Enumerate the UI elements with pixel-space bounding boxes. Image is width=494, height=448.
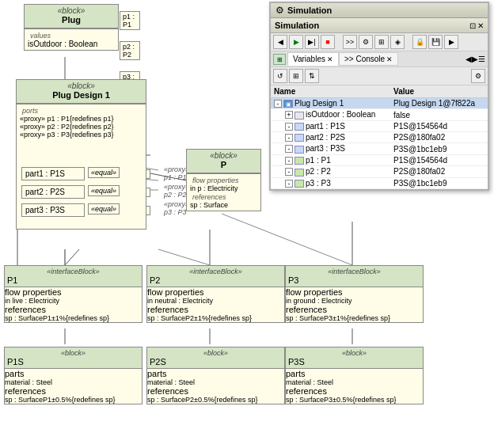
col-name-header: Name xyxy=(271,85,390,98)
port-icon xyxy=(294,157,304,165)
sim-step-btn[interactable]: ▶| xyxy=(305,35,319,49)
p-body: flow properties in p : Electricity refer… xyxy=(187,174,260,211)
equal1: «equal» xyxy=(88,167,120,178)
sim-restore-icon[interactable]: ⊡ xyxy=(469,21,476,30)
sim-back-btn[interactable]: ◀ xyxy=(273,35,287,49)
var-refresh-btn[interactable]: ↺ xyxy=(273,69,287,83)
sim-chart-btn[interactable]: ◈ xyxy=(390,35,405,49)
port-icon xyxy=(294,180,304,188)
p2-body: flow properties in neutral : Electricity… xyxy=(147,287,284,322)
p3s-block: «block» P3S parts material : Steel refer… xyxy=(285,347,424,404)
p1s-block: «block» P1S parts material : Steel refer… xyxy=(4,347,142,404)
svg-line-16 xyxy=(65,249,79,265)
sim-next-btn[interactable]: ▶ xyxy=(444,35,458,49)
plug-design-block: «block» Plug Design 1 ports «proxy» p1 :… xyxy=(16,79,146,230)
var-expand-btn[interactable]: ⇅ xyxy=(305,69,319,83)
table-row[interactable]: +isOutdoor : Booleanfalse xyxy=(271,109,488,120)
block-icon xyxy=(294,123,304,131)
p1-iface-block: «interfaceBlock» P1 flow properties in l… xyxy=(4,265,142,323)
block-icon xyxy=(294,134,304,142)
plug-p2-port: p2 : P2 xyxy=(120,41,140,60)
pd-p1-port xyxy=(146,169,150,179)
plug-design-stereotype: «block» xyxy=(19,82,143,90)
p2s-block: «block» P2S parts material : Steel refer… xyxy=(146,347,285,404)
equal2: «equal» xyxy=(88,185,120,196)
sim-window-title: Simulation xyxy=(275,21,319,30)
port-icon xyxy=(294,169,304,177)
variables-tab-close[interactable]: ✕ xyxy=(327,55,333,63)
plug-design-ports: ports «proxy» p1 : P1{redefines p1} «pro… xyxy=(17,104,146,140)
svg-line-18 xyxy=(158,249,210,265)
variables-toolbar: ↺ ⊞ ⇅ ⚙ xyxy=(271,67,488,85)
sim-play-btn[interactable]: ▶ xyxy=(289,35,303,49)
sim-window-controls: ⊡ ✕ xyxy=(469,21,484,30)
p2-header: «interfaceBlock» P2 xyxy=(147,266,284,287)
table-row[interactable]: -p1 : P1P1S@154564d xyxy=(271,154,488,165)
sim-close-icon[interactable]: ✕ xyxy=(477,21,484,30)
p2-iface-block: «interfaceBlock» P2 flow properties in n… xyxy=(146,265,285,323)
table-row[interactable]: -▣Plug Design 1Plug Design 1@7f822a xyxy=(271,98,488,109)
diagram-area: «block» Plug values isOutdoor : Boolean … xyxy=(0,0,494,448)
sim-stop-btn[interactable]: ■ xyxy=(321,35,335,49)
table-row[interactable]: -part3 : P3SP3S@1bc1eb9 xyxy=(271,143,488,154)
tab-prev-btn[interactable]: ◀ xyxy=(466,55,472,63)
tab-next-btn[interactable]: ▶ xyxy=(472,55,478,63)
p1s-header: «block» P1S xyxy=(5,347,142,369)
sim-toolbar: ◀ ▶ ▶| ■ >> ⚙ ⊞ ◈ 🔒 💾 ▶ xyxy=(271,33,488,51)
console-tab-close[interactable]: ✕ xyxy=(386,55,393,63)
svg-line-19 xyxy=(222,214,352,265)
variables-tab[interactable]: Variables ✕ xyxy=(287,52,339,66)
pd-p3-port xyxy=(146,206,150,215)
expand-icon[interactable]: - xyxy=(285,145,293,153)
expand-icon[interactable]: - xyxy=(285,180,293,188)
sim-settings-btn[interactable]: ⚙ xyxy=(359,35,373,49)
part3-block: part3 : P3S xyxy=(21,203,85,217)
sim-tab-title: ⚙ Simulation xyxy=(271,3,488,18)
plug-title: Plug xyxy=(27,15,116,26)
plug-design-title: Plug Design 1 xyxy=(19,90,143,101)
table-row[interactable]: -p3 : P3P3S@1bc1eb9 xyxy=(271,177,488,188)
sim-window-title-bar: Simulation ⊡ ✕ xyxy=(271,18,488,33)
pd-p2-port xyxy=(146,188,150,197)
sim-tab-bar: ⊞ Variables ✕ >> Console ✕ ◀ ▶ ☰ xyxy=(271,51,488,67)
sim-lock-btn[interactable]: 🔒 xyxy=(412,35,427,49)
part2-block: part2 : P2S xyxy=(21,185,85,199)
attr-icon xyxy=(294,112,304,120)
p1-body: flow properties in live : Electricity re… xyxy=(5,287,142,322)
part1-block: part1 : P1S xyxy=(21,167,85,180)
p-block: «block» P flow properties in p : Electri… xyxy=(186,149,261,211)
sim-fast-btn[interactable]: >> xyxy=(343,35,357,49)
sim-panel-tab-label: Simulation xyxy=(287,6,332,15)
sim-gear-icon: ⚙ xyxy=(276,5,284,16)
p3-header: «interfaceBlock» P3 xyxy=(286,266,423,287)
var-settings-btn[interactable]: ⚙ xyxy=(471,69,485,83)
p1-header: «interfaceBlock» P1 xyxy=(5,266,142,287)
plug-block: «block» Plug values isOutdoor : Boolean … xyxy=(24,4,119,51)
table-row[interactable]: -p2 : P2P2S@180fa02 xyxy=(271,166,488,177)
console-tab[interactable]: >> Console ✕ xyxy=(339,52,398,66)
p3-body: flow properties in ground : Electricity … xyxy=(286,287,423,322)
expand-icon[interactable]: - xyxy=(285,157,293,165)
plug-stereotype: «block» xyxy=(27,6,116,15)
block-icon xyxy=(294,146,304,154)
sim-queue-btn[interactable]: ⊞ xyxy=(374,35,389,49)
table-row[interactable]: -part2 : P2SP2S@180fa02 xyxy=(271,132,488,143)
p2s-header: «block» P2S xyxy=(147,347,284,369)
p-header: «block» P xyxy=(187,150,260,173)
expand-icon[interactable]: - xyxy=(285,123,293,131)
simulation-panel: ⚙ Simulation Simulation ⊡ ✕ ◀ ▶ ▶| ■ >> … xyxy=(269,2,489,191)
plug-design-header: «block» Plug Design 1 xyxy=(17,80,146,104)
table-row[interactable]: -part1 : P1SP1S@154564d xyxy=(271,120,488,131)
variables-icon: ⊞ xyxy=(273,54,286,65)
plug-header: «block» Plug xyxy=(25,5,118,28)
expand-icon[interactable]: - xyxy=(285,168,293,176)
var-filter-btn[interactable]: ⊞ xyxy=(289,69,303,83)
tab-menu-btn[interactable]: ☰ xyxy=(478,55,485,63)
expand-icon[interactable]: + xyxy=(285,111,293,119)
sim-save-btn[interactable]: 💾 xyxy=(428,35,443,49)
expand-icon[interactable]: - xyxy=(285,134,293,142)
equal3: «equal» xyxy=(88,203,120,215)
plug-values: values isOutdoor : Boolean xyxy=(25,29,118,50)
variables-table: Name Value -▣Plug Design 1Plug Design 1@… xyxy=(271,85,488,189)
expand-icon[interactable]: - xyxy=(274,100,282,108)
